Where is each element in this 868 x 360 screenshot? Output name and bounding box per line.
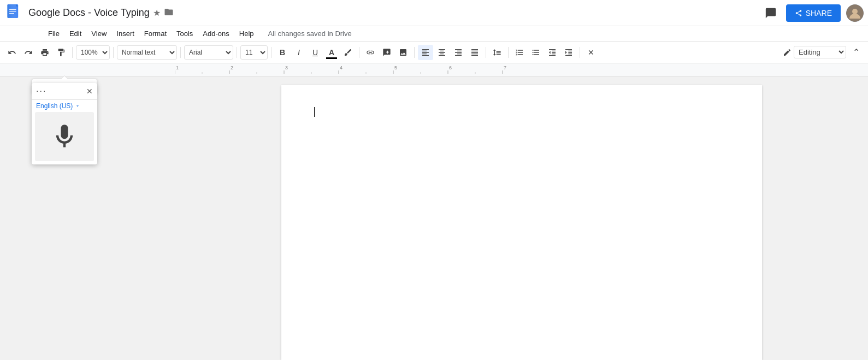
voice-language-label: English (US): [36, 102, 73, 110]
svg-text:3: 3: [285, 65, 288, 70]
indent-decrease-button[interactable]: [545, 45, 560, 60]
style-select[interactable]: Normal text Heading 1 Heading 2 Title: [117, 45, 177, 60]
top-bar-left: Google Docs - Voice Typing ★: [4, 3, 761, 23]
edit-pen-icon: [783, 48, 792, 57]
svg-text:2: 2: [231, 65, 233, 70]
menu-format[interactable]: Format: [140, 27, 171, 40]
print-button[interactable]: [37, 45, 52, 60]
docs-app-icon[interactable]: [4, 3, 24, 23]
share-label: SHARE: [806, 9, 832, 17]
align-justify-button[interactable]: [467, 45, 482, 60]
ruler-marks: 1 2 3 4 5 6 7: [175, 63, 868, 76]
italic-button[interactable]: I: [291, 45, 306, 60]
editing-area: Editing Suggesting Viewing ⌃: [783, 45, 864, 60]
title-area: Google Docs - Voice Typing ★: [28, 7, 174, 19]
font-size-select[interactable]: 11 8 9 10 12 14 16 18 24 36: [240, 45, 268, 60]
add-comment-button[interactable]: [379, 45, 394, 60]
divider-8: [486, 47, 486, 58]
svg-rect-4: [9, 11, 16, 11]
indent-increase-button[interactable]: [561, 45, 576, 60]
voice-typing-panel: ··· ✕ English (US): [32, 83, 97, 164]
menu-tools[interactable]: Tools: [172, 27, 197, 40]
menu-edit[interactable]: Edit: [65, 27, 86, 40]
svg-rect-3: [9, 9, 16, 9]
divider-3: [180, 47, 181, 58]
font-select[interactable]: Arial Times New Roman Courier New: [184, 45, 233, 60]
divider-10: [580, 47, 580, 58]
menu-help[interactable]: Help: [235, 27, 258, 40]
ruler-inner: 1 2 3 4 5 6 7: [175, 63, 868, 76]
voice-mic-button[interactable]: [35, 112, 94, 161]
share-button[interactable]: SHARE: [786, 4, 841, 22]
user-avatar[interactable]: [846, 4, 864, 22]
doc-page[interactable]: [281, 85, 762, 360]
folder-icon[interactable]: [164, 7, 174, 19]
numbered-list-button[interactable]: [512, 45, 527, 60]
collapse-toolbar-button[interactable]: ⌃: [848, 45, 864, 60]
clear-formatting-button[interactable]: ✕: [583, 45, 599, 60]
svg-text:4: 4: [340, 65, 343, 70]
ruler: 1 2 3 4 5 6 7: [0, 63, 868, 76]
font-color-button[interactable]: A: [324, 45, 339, 60]
voice-language-selector[interactable]: English (US): [32, 100, 97, 112]
doc-title[interactable]: Google Docs - Voice Typing: [28, 7, 150, 19]
link-button[interactable]: [363, 45, 378, 60]
voice-close-button[interactable]: ✕: [86, 87, 93, 96]
document-area[interactable]: [175, 76, 868, 360]
svg-point-7: [852, 9, 858, 14]
menu-insert[interactable]: Insert: [112, 27, 139, 40]
left-panel: ··· ✕ English (US) Click to speak: [0, 76, 175, 360]
microphone-icon: [50, 122, 79, 151]
menu-view[interactable]: View: [87, 27, 111, 40]
menu-file[interactable]: File: [44, 27, 64, 40]
editing-mode-select[interactable]: Editing Suggesting Viewing: [794, 46, 846, 58]
chevron-down-icon: [75, 103, 80, 109]
highlight-button[interactable]: [340, 45, 356, 60]
comments-button[interactable]: [761, 3, 781, 23]
underline-button[interactable]: U: [308, 45, 323, 60]
align-left-button[interactable]: [418, 45, 433, 60]
top-bar-right: SHARE: [761, 3, 864, 23]
font-color-indicator: [326, 57, 337, 59]
save-status: All changes saved in Drive: [264, 27, 356, 40]
main-content: ··· ✕ English (US) Click to speak: [0, 76, 868, 360]
align-right-button[interactable]: [451, 45, 466, 60]
toolbar: 100% 75% 50% 150% Normal text Heading 1 …: [0, 42, 868, 63]
insert-image-button[interactable]: [395, 45, 411, 60]
voice-panel-header: ··· ✕: [32, 83, 97, 100]
svg-rect-5: [9, 13, 14, 14]
divider-4: [237, 47, 237, 58]
star-icon[interactable]: ★: [153, 8, 161, 18]
zoom-select[interactable]: 100% 75% 50% 150%: [76, 45, 110, 60]
svg-text:1: 1: [176, 65, 179, 70]
voice-panel-dots: ···: [36, 86, 46, 96]
text-cursor: [314, 107, 315, 117]
divider-9: [508, 47, 509, 58]
undo-button[interactable]: [4, 45, 20, 60]
line-spacing-button[interactable]: [489, 45, 505, 60]
top-bar: Google Docs - Voice Typing ★ SHARE: [0, 0, 868, 26]
divider-6: [359, 47, 359, 58]
divider-7: [414, 47, 415, 58]
paint-format-button[interactable]: [54, 45, 69, 60]
menu-addons[interactable]: Add-ons: [198, 27, 233, 40]
svg-text:7: 7: [504, 65, 506, 70]
svg-text:6: 6: [449, 65, 452, 70]
bold-button[interactable]: B: [275, 45, 290, 60]
bulleted-list-button[interactable]: [528, 45, 544, 60]
align-center-button[interactable]: [434, 45, 450, 60]
redo-button[interactable]: [21, 45, 36, 60]
svg-text:5: 5: [394, 65, 397, 70]
divider-1: [72, 47, 73, 58]
divider-5: [271, 47, 271, 58]
divider-2: [113, 47, 114, 58]
menu-bar: File Edit View Insert Format Tools Add-o…: [0, 26, 868, 42]
